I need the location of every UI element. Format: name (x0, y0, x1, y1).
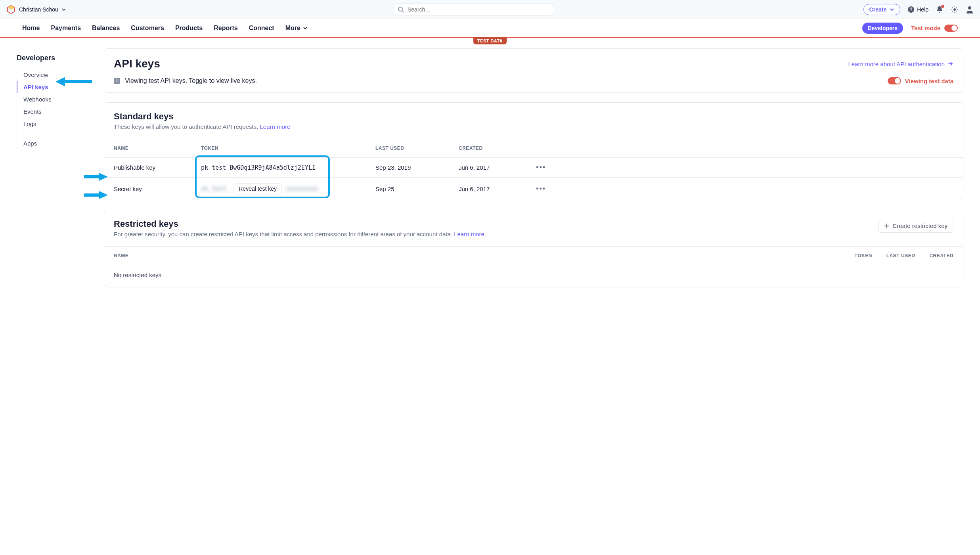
col-name: NAME (114, 145, 201, 151)
standard-keys-head: Standard keys These keys will allow you … (104, 103, 963, 132)
reveal-test-key-button[interactable]: Reveal test key (234, 183, 282, 194)
test-data-badge: TEST DATA (473, 37, 507, 44)
publishable-token[interactable]: pk_test_BwGDqi3R9jA84a5dlzj2EYLI (201, 164, 375, 171)
nav-item-connect[interactable]: Connect (249, 25, 274, 32)
key-last-used: Sep 23, 2019 (375, 164, 459, 171)
key-last-used: Sep 25 (375, 186, 459, 192)
main-nav-left: Home Payments Balances Customers Product… (22, 25, 308, 32)
learn-more-auth-link[interactable]: Learn more about API authentication (848, 61, 953, 67)
settings-button[interactable] (951, 6, 959, 13)
nav-item-products[interactable]: Products (175, 25, 203, 32)
standard-keys-table-header: NAME TOKEN LAST USED CREATED (104, 139, 963, 157)
col-token: TOKEN (855, 253, 872, 258)
sidebar: Developers Overview API keys Webhooks Ev… (17, 48, 100, 297)
account-name: Christian Schou (19, 6, 58, 13)
arrow-right-icon (947, 61, 953, 67)
key-created: Jun 6, 2017 (459, 164, 530, 171)
secret-token-hidden-right: xxxxxxxxx (286, 185, 318, 192)
search-input[interactable] (393, 3, 555, 16)
create-button[interactable]: Create (863, 4, 901, 15)
sidebar-item-webhooks[interactable]: Webhooks (17, 93, 100, 105)
plus-icon (884, 223, 890, 229)
test-mode-toggle[interactable] (944, 25, 958, 32)
topbar-right: Create ? Help (855, 4, 974, 15)
col-token: TOKEN (201, 145, 375, 151)
svg-point-5 (968, 6, 971, 10)
create-restricted-label: Create restricted key (893, 222, 947, 229)
info-left: i Viewing test API keys. Toggle to view … (114, 77, 257, 84)
standard-keys-subtitle-text: These keys will allow you to authenticat… (114, 123, 260, 130)
viewing-test-data-toggle[interactable] (888, 77, 901, 84)
standard-keys-title: Standard keys (114, 111, 953, 122)
sidebar-item-api-keys[interactable]: API keys (17, 81, 100, 93)
nav-item-balances[interactable]: Balances (92, 25, 120, 32)
info-text: Viewing test API keys. Toggle to view li… (125, 77, 257, 84)
main-nav-right: Developers Test mode (862, 23, 958, 34)
info-icon: i (114, 78, 120, 84)
search-icon (398, 6, 404, 13)
nav-item-more[interactable]: More (285, 25, 308, 32)
viewing-test-data-toggle-wrap: Viewing test data (888, 77, 953, 84)
sidebar-item-logs[interactable]: Logs (17, 118, 100, 130)
person-icon (966, 6, 974, 13)
key-created: Jun 6, 2017 (459, 186, 530, 192)
sidebar-item-apps[interactable]: Apps (17, 137, 100, 149)
svg-point-0 (398, 7, 402, 11)
col-last-used: LAST USED (375, 145, 459, 151)
test-mode-label: Test mode (911, 25, 940, 31)
secret-token-wrap: sk_test_ Reveal test key xxxxxxxxx (201, 183, 375, 194)
key-name: Secret key (114, 186, 201, 192)
key-name: Publishable key (114, 164, 201, 171)
row-actions-button[interactable]: ••• (530, 163, 546, 172)
notifications-button[interactable] (936, 6, 944, 13)
gear-icon (951, 6, 959, 13)
sidebar-spacer (17, 130, 100, 137)
toggle-knob-icon (951, 25, 957, 31)
restricted-keys-card: Restricted keys For greater security, yo… (104, 210, 963, 287)
content: Developers Overview API keys Webhooks Ev… (0, 44, 980, 313)
key-row-secret: Secret key sk_test_ Reveal test key xxxx… (104, 177, 963, 200)
nav-item-customers[interactable]: Customers (131, 25, 164, 32)
notification-dot-icon (941, 5, 944, 8)
restricted-keys-title: Restricted keys (114, 219, 484, 229)
help-label: Help (917, 6, 928, 13)
brand-logo-icon (6, 5, 16, 14)
topbar: Christian Schou Create ? Help (0, 0, 980, 19)
sidebar-item-events[interactable]: Events (17, 105, 100, 118)
profile-button[interactable] (966, 6, 974, 13)
svg-text:?: ? (910, 7, 913, 12)
nav-item-reports[interactable]: Reports (214, 25, 237, 32)
main-nav: Home Payments Balances Customers Product… (0, 19, 980, 37)
viewing-test-data-label: Viewing test data (905, 78, 953, 84)
col-name: NAME (114, 253, 128, 258)
header-card: API keys Learn more about API authentica… (104, 48, 963, 93)
restricted-keys-empty: No restricted keys (104, 265, 963, 287)
standard-keys-learn-more-link[interactable]: Learn more (260, 123, 291, 130)
nav-item-more-label: More (285, 25, 301, 32)
developers-pill[interactable]: Developers (862, 23, 903, 34)
toggle-knob-icon (895, 78, 900, 84)
create-label: Create (869, 6, 887, 13)
secret-token-hidden-left: sk_test_ (201, 185, 230, 192)
nav-item-payments[interactable]: Payments (51, 25, 81, 32)
test-data-badge-wrap: TEST DATA (0, 37, 980, 44)
info-row: i Viewing test API keys. Toggle to view … (104, 73, 963, 92)
create-restricted-key-button[interactable]: Create restricted key (878, 219, 953, 233)
svg-line-1 (402, 11, 404, 12)
test-mode-toggle-wrap: Test mode (911, 25, 958, 32)
nav-item-home[interactable]: Home (22, 25, 40, 32)
col-created: CREATED (459, 145, 530, 151)
help-button[interactable]: ? Help (907, 6, 928, 13)
row-actions-button[interactable]: ••• (530, 185, 546, 193)
account-switcher[interactable]: Christian Schou (6, 5, 66, 14)
restricted-keys-learn-more-link[interactable]: Learn more (454, 231, 484, 237)
sidebar-item-overview[interactable]: Overview (17, 69, 100, 81)
header-card-head: API keys Learn more about API authentica… (104, 49, 963, 73)
restricted-keys-table-header: NAME TOKEN LAST USED CREATED (104, 246, 963, 265)
learn-link-text: Learn more about API authentication (848, 61, 945, 67)
restricted-keys-head-text: Restricted keys For greater security, yo… (114, 219, 484, 237)
page-title: API keys (114, 57, 160, 70)
chevron-down-icon (303, 26, 308, 31)
chevron-down-icon (890, 7, 894, 12)
restricted-keys-head: Restricted keys For greater security, yo… (104, 210, 963, 239)
